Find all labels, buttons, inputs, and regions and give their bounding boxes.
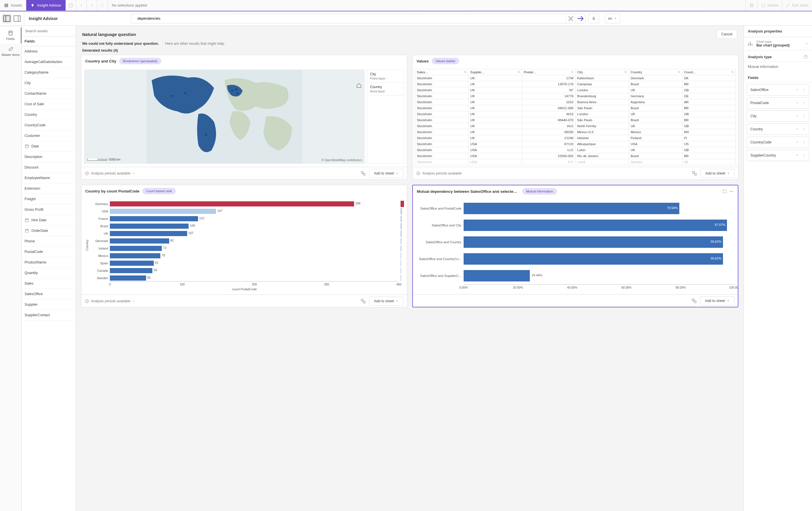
field-chip[interactable]: SupplierCountry — [747, 150, 809, 161]
field-item[interactable]: ContactName — [22, 88, 76, 99]
edit-sheet-button[interactable]: Edit sheet — [782, 0, 812, 10]
field-chip[interactable]: City — [747, 110, 809, 122]
add-to-sheet-button[interactable]: Add to sheet — [700, 169, 735, 178]
cancel-button[interactable]: Cancel — [717, 30, 737, 39]
field-item[interactable]: Date — [22, 141, 76, 152]
add-to-sheet-button[interactable]: Add to sheet — [369, 169, 403, 178]
drag-handle-icon[interactable] — [802, 88, 806, 92]
analysis-periods-info[interactable]: Analysis periods available — [416, 171, 462, 176]
table-header[interactable]: Country — [629, 69, 682, 75]
clear-selections-button[interactable] — [97, 0, 108, 10]
show-panels-toggle[interactable] — [2, 14, 11, 23]
insight-advisor-tab[interactable]: Insight Advisor — [26, 0, 66, 10]
add-to-sheet-button[interactable]: Add to sheet — [700, 296, 734, 305]
explore-icon[interactable] — [691, 170, 698, 177]
more-icon[interactable] — [729, 189, 734, 193]
table-row[interactable]: StockholmUKW1SLondonUKGB — [415, 111, 736, 117]
field-item[interactable]: Supplier — [22, 299, 76, 310]
field-item[interactable]: Extension — [22, 183, 76, 194]
field-item[interactable]: Freight — [22, 194, 76, 205]
table-row[interactable]: StockholmUK14776BrandenburgGermanyDE — [415, 93, 736, 99]
drag-handle-icon[interactable] — [802, 101, 806, 105]
field-chip[interactable]: PostalCode — [747, 97, 809, 109]
table-row[interactable]: StockholmUSA22050-002Rio de JaneiroBrazi… — [415, 153, 736, 159]
explore-icon[interactable] — [360, 298, 366, 304]
table-row[interactable]: StockholmUK1734KøbenhavnDenmarkDK — [415, 75, 736, 81]
field-item[interactable]: Customer — [22, 130, 76, 141]
smart-select-button[interactable] — [66, 0, 76, 10]
field-item[interactable]: SupplierContact — [22, 310, 76, 321]
field-item[interactable]: EmployeeName — [22, 173, 76, 183]
country-bar-chart[interactable]: Germany338USA147France122Brazil109UK107D… — [90, 200, 399, 291]
nlq-input[interactable] — [137, 14, 566, 23]
field-item[interactable]: Cost of Sale — [22, 99, 76, 110]
table-header[interactable]: Postal... — [522, 69, 575, 75]
fullscreen-icon[interactable] — [722, 189, 727, 193]
table-row[interactable]: StockholmUSALU1LutonUKGB — [415, 147, 736, 153]
assets-tab[interactable]: Assets — [0, 0, 26, 10]
field-item[interactable]: Description — [22, 152, 76, 162]
analysis-periods-info[interactable]: Analysis periods available — [85, 171, 135, 176]
explore-icon[interactable] — [360, 170, 366, 177]
field-chip[interactable]: Country — [747, 123, 809, 135]
field-item[interactable]: Hire Date — [22, 215, 76, 226]
table-header[interactable]: Count... — [682, 69, 735, 75]
mutual-info-chart[interactable]: SalesOffice and PostalCode79.50%SalesOff… — [416, 200, 735, 291]
field-item[interactable]: OrderDate — [22, 226, 76, 236]
field-chip[interactable]: CountryCode — [747, 137, 809, 148]
home-icon[interactable] — [356, 82, 362, 89]
field-item[interactable]: Quantity — [22, 268, 76, 278]
field-item[interactable]: CountryCode — [22, 120, 76, 130]
bookmarks-button[interactable] — [746, 0, 757, 10]
field-item[interactable]: SalesOffice — [22, 289, 76, 299]
voice-button[interactable] — [588, 14, 599, 23]
table-header[interactable]: Sales... — [415, 69, 468, 75]
rail-master-items[interactable]: Master items — [0, 43, 21, 59]
step-fwd-button[interactable] — [87, 0, 97, 10]
values-table[interactable]: Sales...Supplie...Postal...CityCountryCo… — [415, 69, 736, 165]
field-item[interactable]: PostalCode — [22, 247, 76, 257]
table-row[interactable]: StockholmUK21240HelsinkiFinlandFI — [415, 135, 736, 141]
analysis-periods-info[interactable]: Analysis periods available — [85, 299, 135, 303]
field-item[interactable]: AverageCallSatisfaction — [22, 57, 76, 67]
nlq-search-field[interactable] — [131, 14, 585, 23]
field-item[interactable]: CategoryName — [22, 67, 76, 78]
chart-minimap[interactable] — [401, 200, 404, 291]
help-icon[interactable] — [804, 55, 808, 59]
explore-icon[interactable] — [691, 298, 697, 304]
table-header[interactable]: Supplie... — [468, 69, 522, 75]
table-row[interactable]: StockholmUK1010Buenos AiresArgentinaAR — [415, 99, 736, 105]
table-row[interactable]: StockholmUK06200México D.F.MexicoMX — [415, 129, 736, 135]
table-header[interactable]: City — [575, 69, 629, 75]
table-row[interactable]: StockholmUK13070-178CampinasBrazilBR — [415, 81, 736, 87]
hide-panels-toggle[interactable] — [12, 14, 22, 23]
table-row[interactable]: StockholmUSA972LuleåSwedenSE — [415, 159, 736, 165]
table-row[interactable]: StockholmUSA87110AlbuquerqueUSAUS — [415, 141, 736, 147]
submit-search-button[interactable] — [576, 14, 585, 23]
fields-list[interactable]: AddressAverageCallSatisfactionCategoryNa… — [22, 46, 76, 511]
chart-type-row[interactable]: Chart type Bar chart (grouped) — [744, 37, 812, 51]
add-to-sheet-button[interactable]: Add to sheet — [369, 297, 403, 306]
rail-fields[interactable]: Fields — [0, 27, 21, 43]
field-item[interactable]: Discount — [22, 162, 76, 173]
field-item[interactable]: Country — [22, 110, 76, 120]
drag-handle-icon[interactable] — [802, 153, 806, 157]
drag-handle-icon[interactable] — [802, 140, 806, 144]
field-item[interactable]: Sales — [22, 278, 76, 289]
table-row[interactable]: StockholmUKHU1North FerribyUKGB — [415, 123, 736, 129]
assets-search-input[interactable] — [25, 29, 73, 33]
field-item[interactable]: Phone — [22, 236, 76, 247]
field-item[interactable]: ProductName — [22, 257, 76, 268]
drag-handle-icon[interactable] — [802, 127, 806, 131]
table-row[interactable]: StockholmUKN7LondonUKGB — [415, 87, 736, 93]
table-row[interactable]: StockholmUK08440-070São PauloBrazilBR — [415, 117, 736, 123]
field-item[interactable]: Gross Profit — [22, 205, 76, 215]
field-chip[interactable]: SalesOffice — [747, 84, 809, 95]
field-item[interactable]: City — [22, 78, 76, 88]
field-item[interactable]: Address — [22, 46, 76, 57]
drag-handle-icon[interactable] — [802, 114, 806, 118]
map-viz[interactable]: 5000 km © OpenStreetMap contributors — [84, 69, 365, 164]
step-back-button[interactable] — [76, 0, 87, 10]
sheets-button[interactable]: Sheets — [757, 0, 782, 10]
clear-search-button[interactable] — [566, 14, 576, 23]
